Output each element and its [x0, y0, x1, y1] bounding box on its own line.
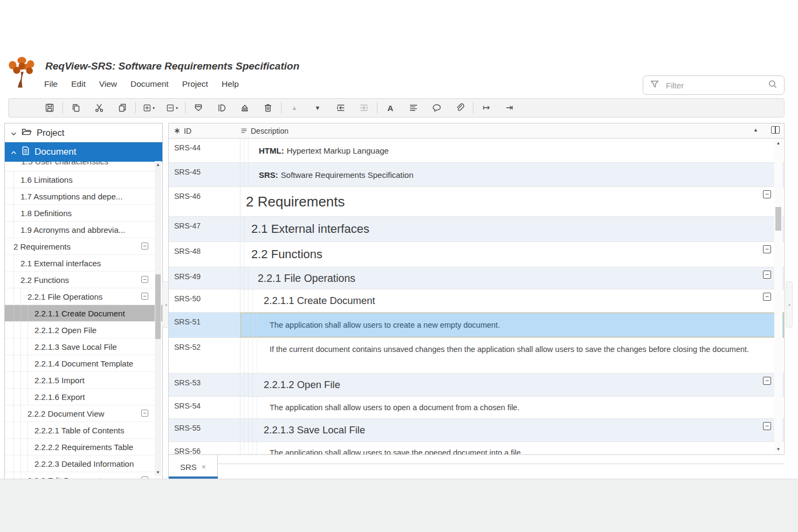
row-id[interactable]: SRS-49: [169, 267, 240, 289]
row-description[interactable]: The application shall allow users to sav…: [240, 442, 784, 455]
sidebar-item-project[interactable]: Project: [5, 123, 162, 142]
flag-icon[interactable]: [192, 102, 204, 113]
columns-icon[interactable]: [771, 126, 780, 134]
tree-scrollbar[interactable]: ▲ ▼: [155, 161, 161, 476]
chevron-up-icon[interactable]: [11, 147, 17, 157]
collapse-toggle-icon[interactable]: −: [763, 271, 771, 279]
row-id[interactable]: SRS-44: [169, 139, 240, 162]
scroll-thumb[interactable]: [775, 207, 781, 231]
row-description[interactable]: 2.2.1 File Operations−: [240, 267, 784, 289]
tree-item[interactable]: 1.6 Limitations: [5, 171, 162, 188]
row-id[interactable]: SRS-46: [169, 187, 240, 216]
scroll-thumb[interactable]: [155, 274, 161, 339]
menu-view[interactable]: View: [99, 79, 117, 89]
copy-icon[interactable]: [70, 102, 82, 113]
cut-icon[interactable]: [93, 102, 105, 113]
trash-icon[interactable]: [262, 102, 274, 113]
row-description[interactable]: HTML:Hypertext Markup Language: [240, 139, 784, 162]
menu-project[interactable]: Project: [182, 79, 208, 89]
filter-input[interactable]: [665, 80, 762, 91]
tree-item[interactable]: 2.2.1.1 Create Document: [5, 305, 162, 322]
tree-item[interactable]: 1.7 Assumptions and depe...: [5, 188, 162, 205]
collapse-toggle-icon[interactable]: −: [763, 190, 771, 198]
row-description[interactable]: 2.2.1.3 Save Local File−: [240, 419, 784, 441]
column-header-id[interactable]: ID: [169, 127, 240, 135]
indent-icon[interactable]: [358, 102, 370, 113]
row-description[interactable]: 2.2.1.1 Create Document−: [240, 289, 784, 312]
tree-item[interactable]: 2.2.2.3 Detailed Information: [5, 455, 162, 472]
row-id[interactable]: SRS-48: [169, 242, 240, 267]
row-description[interactable]: 2.2.1.2 Open File−: [240, 374, 784, 396]
tree-item[interactable]: 2.2.2.2 Requirements Table: [5, 439, 162, 455]
vertical-scrollbar[interactable]: ▲ ▼: [774, 139, 782, 454]
tree-item[interactable]: 2.2.1.2 Open File: [5, 322, 162, 338]
row-id[interactable]: SRS-54: [169, 397, 240, 418]
tree-item[interactable]: 1.8 Definitions: [5, 205, 162, 222]
menu-help[interactable]: Help: [222, 79, 239, 89]
menu-document[interactable]: Document: [130, 79, 169, 89]
scroll-down-button[interactable]: ▼: [774, 447, 782, 452]
tree-item[interactable]: 2 Requirements−: [5, 238, 162, 255]
row-description[interactable]: 2 Requirements−: [240, 187, 784, 216]
comment-icon[interactable]: [431, 102, 443, 113]
tree-item[interactable]: 2.2.1.6 Export: [5, 389, 162, 405]
tree-item[interactable]: 2.2.1.3 Save Local File: [5, 338, 162, 355]
tree-item-clipped[interactable]: 1.5 User characteristics: [5, 162, 162, 171]
close-icon[interactable]: ×: [202, 462, 206, 471]
tab-srs[interactable]: SRS ×: [169, 455, 218, 479]
tree-item[interactable]: 2.2.1 File Operations−: [5, 288, 162, 305]
table-row[interactable]: SRS-532.2.1.2 Open File−: [169, 374, 784, 397]
tree-item[interactable]: 2.1 External interfaces: [5, 255, 162, 272]
scroll-up-button[interactable]: ▲: [155, 162, 161, 167]
collapse-toggle-icon[interactable]: −: [141, 293, 148, 300]
table-row[interactable]: SRS-472.1 External interfaces: [169, 217, 784, 242]
tree-item[interactable]: 2.2 Functions−: [5, 272, 162, 288]
table-row[interactable]: SRS-51The application shall allow users …: [169, 313, 784, 338]
move-up-icon[interactable]: ▲: [288, 102, 300, 113]
collapse-toggle-icon[interactable]: −: [141, 243, 148, 250]
row-description[interactable]: If the current document contains unsaved…: [240, 338, 784, 373]
row-id[interactable]: SRS-51: [169, 313, 240, 337]
sort-ascending-icon[interactable]: ▲: [753, 127, 758, 133]
collapse-toggle-icon[interactable]: −: [141, 276, 148, 283]
collapse-toggle-icon[interactable]: −: [763, 422, 771, 430]
filter-box[interactable]: [643, 75, 785, 95]
table-row[interactable]: SRS-492.2.1 File Operations−: [169, 267, 784, 289]
align-icon[interactable]: [408, 102, 419, 113]
row-id[interactable]: SRS-53: [169, 374, 240, 396]
scroll-down-button[interactable]: ▼: [155, 470, 161, 475]
font-icon[interactable]: A: [384, 102, 396, 113]
sidebar-item-document[interactable]: Document: [5, 142, 162, 162]
collapse-toggle-icon[interactable]: −: [763, 377, 771, 385]
attachment-icon[interactable]: [454, 102, 466, 113]
tree-item[interactable]: 2.2.2.1 Table of Contents: [5, 422, 162, 439]
menu-file[interactable]: File: [44, 79, 58, 89]
scroll-up-button[interactable]: ▲: [774, 141, 782, 146]
paste-icon[interactable]: [116, 102, 128, 113]
panel-collapse-handle[interactable]: ◂: [786, 281, 793, 328]
link-from-icon[interactable]: ↦: [480, 102, 492, 113]
table-row[interactable]: SRS-52If the current document contains u…: [169, 338, 784, 374]
row-description[interactable]: SRS:Software Requirements Specification: [240, 163, 784, 186]
column-header-description[interactable]: Description: [240, 127, 288, 135]
insert-icon[interactable]: ▾: [143, 102, 155, 113]
row-id[interactable]: SRS-55: [169, 419, 240, 441]
row-id[interactable]: SRS-56: [169, 442, 240, 455]
outdent-icon[interactable]: [335, 102, 347, 113]
move-down-icon[interactable]: ▼: [312, 102, 324, 113]
row-id[interactable]: SRS-47: [169, 217, 240, 241]
collapse-toggle-icon[interactable]: −: [763, 293, 771, 301]
tree-item[interactable]: 2.2.1.4 Document Template: [5, 355, 162, 372]
save-icon[interactable]: [44, 102, 56, 113]
menu-edit[interactable]: Edit: [71, 79, 86, 89]
section-icon[interactable]: [216, 102, 228, 113]
table-row[interactable]: SRS-54The application shall allow users …: [169, 397, 784, 419]
chevron-down-icon[interactable]: [11, 128, 17, 138]
tree-item[interactable]: 1.9 Acronyms and abbrevia...: [5, 222, 162, 238]
row-id[interactable]: SRS-52: [169, 338, 240, 373]
row-description[interactable]: The application shall allow users to cre…: [240, 313, 784, 337]
collapse-toggle-icon[interactable]: −: [763, 245, 771, 253]
table-row[interactable]: SRS-502.2.1.1 Create Document−: [169, 289, 784, 313]
table-row[interactable]: SRS-56The application shall allow users …: [169, 442, 784, 455]
table-row[interactable]: SRS-482.2 Functions−: [169, 242, 784, 267]
